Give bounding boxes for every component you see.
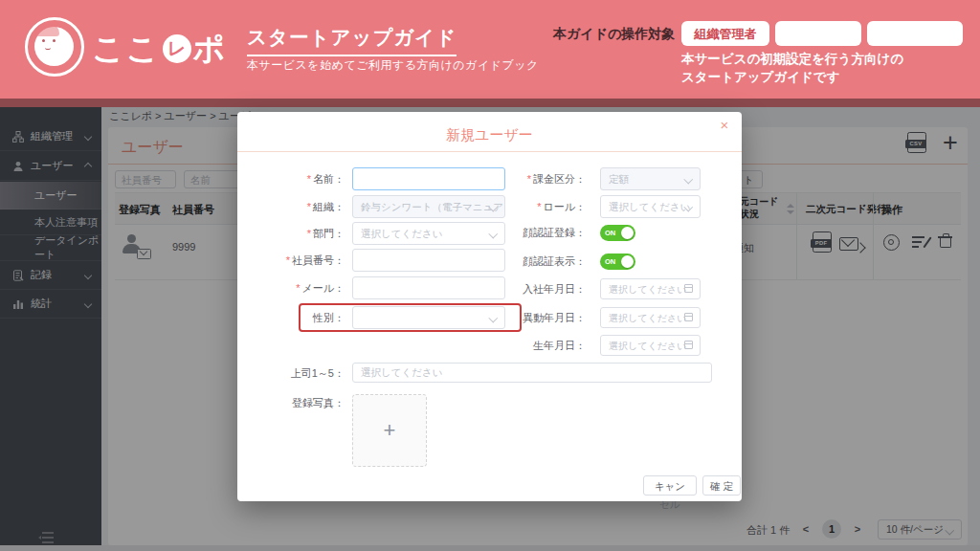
- confirm-button[interactable]: 確 定: [702, 475, 741, 496]
- logo-prefix: ここ: [92, 28, 161, 71]
- guide-target-label: 本ガイドの操作対象: [553, 26, 675, 43]
- face-register-toggle[interactable]: ON: [600, 225, 635, 241]
- logo-disc: レ: [163, 34, 191, 63]
- target-button-org-admin[interactable]: 組織管理者: [681, 21, 769, 46]
- label-face-display: 顔認証表示：: [459, 254, 586, 268]
- role-select[interactable]: 選択してください: [600, 195, 701, 218]
- calendar-icon: [684, 313, 693, 321]
- modal-divider: [237, 151, 742, 152]
- transfer-date-picker[interactable]: 選択してください: [600, 307, 701, 328]
- target-button-3[interactable]: [867, 21, 963, 46]
- hire-date-picker[interactable]: 選択してください: [600, 278, 701, 299]
- label-boss: 上司1～5：: [256, 366, 345, 380]
- guide-subtitle: 本サービスを始めてご利用する方向けのガイドブック: [247, 57, 539, 74]
- label-email: *メール：: [256, 281, 345, 295]
- label-transfer-date: 異動年月日：: [459, 311, 586, 324]
- calendar-icon: [684, 341, 693, 349]
- chevron-down-icon: [683, 175, 692, 184]
- label-employee-no: *社員番号：: [256, 253, 345, 267]
- toggle-knob: [621, 227, 634, 239]
- target-button-2[interactable]: [775, 21, 861, 46]
- label-role: *ロール：: [459, 200, 586, 213]
- logo-suffix: ポ: [193, 28, 228, 71]
- modal-title: 新規ユーザー: [237, 126, 742, 144]
- label-gender: 性別：: [256, 311, 345, 324]
- face-display-toggle[interactable]: ON: [600, 253, 635, 270]
- label-org: *組織：: [256, 200, 345, 213]
- photo-upload-box[interactable]: +: [352, 394, 427, 467]
- billing-select[interactable]: 定額: [600, 167, 701, 190]
- close-icon[interactable]: ×: [717, 118, 732, 133]
- label-face-register: 顔認証登録：: [459, 226, 586, 239]
- toggle-knob: [621, 255, 634, 268]
- app-header: ここ レ ポ スタートアップガイド 本サービスを始めてご利用する方向けのガイドブ…: [0, 0, 980, 99]
- logo-mascot-icon: [25, 17, 84, 77]
- birth-date-picker[interactable]: 選択してください: [600, 335, 701, 356]
- plus-icon: +: [353, 418, 426, 443]
- label-hire-date: 入社年月日：: [459, 282, 586, 296]
- cancel-button[interactable]: キャンセル: [643, 475, 697, 496]
- logo-text: ここ レ ポ: [92, 28, 227, 71]
- calendar-icon: [684, 284, 693, 293]
- label-billing: *課金区分：: [459, 172, 586, 186]
- guide-target-description: 本サービスの初期設定を行う方向けの スタートアップガイドです: [681, 51, 903, 87]
- label-photo: 登録写真：: [256, 396, 345, 409]
- boss-select[interactable]: 選択してください: [352, 363, 712, 383]
- new-user-modal: 新規ユーザー × *名前： *組織： *部門： *社員番号： *メール： 性別：…: [237, 112, 742, 501]
- screen: ここ レ ポ スタートアップガイド 本サービスを始めてご利用する方向けのガイドブ…: [0, 0, 980, 551]
- label-name: *名前：: [256, 172, 345, 186]
- label-birth-date: 生年月日：: [459, 339, 586, 352]
- label-dept: *部門：: [256, 227, 345, 240]
- guide-title: スタートアップガイド: [247, 24, 457, 56]
